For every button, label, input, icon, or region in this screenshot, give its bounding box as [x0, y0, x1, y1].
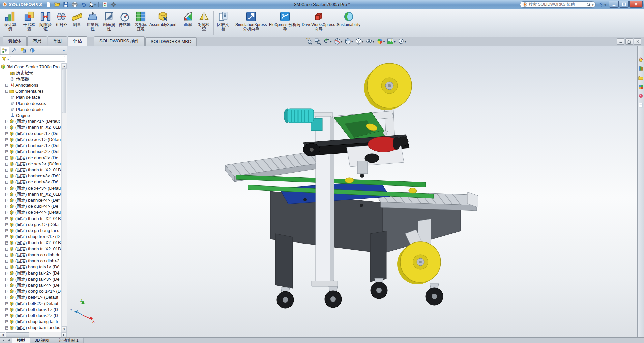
taskpane-file-explorer-button[interactable] [638, 75, 644, 81]
command-tab-1[interactable]: 布局 [27, 36, 47, 46]
expand-plus-icon[interactable] [5, 211, 8, 214]
tree-item-12[interactable]: (固定) banhxe<1> (Déf [0, 143, 61, 149]
undo-button[interactable] [80, 1, 88, 8]
expand-plus-icon[interactable] [5, 163, 8, 166]
tree-item-37[interactable]: (固定) belt<1> (Défaut [0, 294, 61, 301]
tree-item-25[interactable]: (固定) do ga<1> (Défa [0, 222, 61, 228]
window-close-button[interactable] [629, 1, 643, 8]
zoom-area-button[interactable] [314, 38, 322, 45]
tree-item-21[interactable]: (固定) banhxe<4> (Déf [0, 197, 61, 203]
tree-item-39[interactable]: (固定) belt duoi<1> (D [0, 307, 61, 313]
expand-plus-icon[interactable] [5, 235, 8, 238]
tree-item-10[interactable]: (固定) de duoi<1> (Dé [0, 131, 61, 137]
filter-caret-icon[interactable] [7, 56, 9, 61]
tree-item-35[interactable]: (固定) bang tai<4> (Dé [0, 282, 61, 288]
addin-tab-1[interactable]: SOLIDWORKS MBD [145, 37, 197, 46]
expand-plus-icon[interactable] [5, 284, 8, 287]
taskpane-appearances-button[interactable] [638, 93, 644, 99]
tree-item-32[interactable]: (固定) bang tai<1> (Dé [0, 264, 61, 270]
ribbon-button-compare[interactable]: 比较文档 [215, 10, 231, 36]
scroll-right-icon[interactable]: ▶ [61, 332, 67, 337]
scroll-down-icon[interactable]: ▼ [62, 326, 67, 332]
expand-plus-icon[interactable] [5, 241, 8, 245]
expand-plus-icon[interactable] [5, 229, 8, 232]
taskpane-custom-properties-button[interactable] [638, 102, 644, 108]
ribbon-button-hole-align[interactable]: 孔对齐 [54, 10, 69, 36]
machine-3d-model[interactable] [225, 63, 478, 308]
previous-view-button[interactable] [323, 38, 332, 45]
tree-item-31[interactable]: (固定) thanh co dinh<2 [0, 258, 61, 264]
tree-item-3[interactable]: Commentaires [0, 88, 61, 94]
horizontal-scroll-thumb[interactable] [6, 332, 29, 337]
manager-tab-configurationmanager[interactable] [19, 47, 28, 54]
expand-plus-icon[interactable] [5, 320, 8, 323]
tree-item-7[interactable]: Origine [0, 112, 61, 118]
tree-item-9[interactable]: (固定) thanh tr_X2_01B( [0, 124, 61, 131]
tree-item-16[interactable]: (固定) thanh tr_X2_01B( [0, 167, 61, 173]
expand-plus-icon[interactable] [5, 132, 8, 135]
open-button[interactable] [53, 1, 61, 8]
ribbon-button-sustainability[interactable]: Sustainability [335, 10, 362, 36]
tree-item-29[interactable]: (固定) thanh tr_X2_01B( [0, 246, 61, 252]
search-options-caret-icon[interactable] [592, 2, 594, 7]
tree-item-15[interactable]: (固定) de xe<2> (Défau [0, 161, 61, 167]
window-minimize-button[interactable] [609, 1, 619, 8]
view-orientation-button[interactable] [344, 38, 354, 45]
taskpane-design-library-button[interactable] [638, 65, 644, 72]
vertical-scroll-thumb[interactable] [62, 69, 66, 113]
drive-motor[interactable] [284, 109, 322, 131]
new-doc-button[interactable] [45, 1, 53, 8]
command-tab-2[interactable]: 草图 [48, 36, 67, 46]
edit-appearance-button[interactable] [376, 38, 386, 45]
tree-item-38[interactable]: (固定) belt<2> (Défaut [0, 301, 61, 307]
expand-plus-icon[interactable] [5, 138, 8, 141]
manager-tab-propertymanager[interactable] [10, 47, 19, 54]
tree-item-2[interactable]: Annotations [0, 82, 61, 88]
expand-plus-icon[interactable] [5, 187, 8, 190]
ribbon-button-interference[interactable]: 干涉检查 [21, 10, 37, 36]
zoom-fit-button[interactable] [305, 38, 313, 45]
tree-item-33[interactable]: (固定) bang tai<2> (Dé [0, 270, 61, 276]
tree-root-item[interactable]: 3M Case Sealer 7000a Pro [0, 64, 61, 70]
options-button[interactable] [110, 1, 118, 8]
scroll-left-icon[interactable]: ◀ [0, 332, 5, 337]
expand-plus-icon[interactable] [5, 217, 8, 220]
expand-plus-icon[interactable] [5, 175, 8, 178]
tree-item-28[interactable]: (固定) thanh tr_X2_01B( [0, 240, 61, 246]
filter-input[interactable] [10, 56, 65, 62]
display-style-button[interactable] [355, 38, 364, 45]
filter-icon[interactable] [2, 56, 6, 61]
expand-plus-icon[interactable] [5, 302, 8, 305]
tree-item-18[interactable]: (固定) de duoi<3> (Dé [0, 179, 61, 185]
expand-plus-icon[interactable] [5, 144, 8, 147]
expand-plus-icon[interactable] [5, 126, 8, 129]
tape-reel-top[interactable] [364, 63, 412, 110]
expand-plus-icon[interactable] [5, 272, 8, 275]
expand-plus-icon[interactable] [5, 308, 8, 311]
taskpane-resources-home-button[interactable] [638, 56, 644, 62]
tree-vertical-scrollbar[interactable]: ▲ ▼ [61, 63, 67, 332]
tab-first-button[interactable] [0, 338, 6, 343]
tab-prev-button[interactable] [6, 338, 12, 343]
window-maximize-button[interactable] [619, 1, 629, 8]
manager-tab-featuremanager[interactable] [1, 47, 9, 54]
ribbon-button-study[interactable]: 设计算例 [2, 10, 18, 36]
expand-plus-icon[interactable] [5, 278, 8, 281]
ribbon-button-clearance[interactable]: 间隙验证 [37, 10, 54, 36]
expand-plus-icon[interactable] [5, 314, 8, 317]
expand-plus-icon[interactable] [5, 260, 8, 263]
expand-plus-icon[interactable] [5, 120, 8, 123]
select-cursor-button[interactable] [88, 1, 96, 8]
tree-item-36[interactable]: (固定) dong co 1<1> (D [0, 288, 61, 294]
expand-plus-icon[interactable] [5, 193, 8, 196]
expand-plus-icon[interactable] [5, 254, 8, 257]
expand-plus-icon[interactable] [5, 248, 8, 251]
tree-horizontal-scrollbar[interactable]: ◀ ▶ [0, 332, 67, 337]
tree-item-20[interactable]: (固定) thanh tr_X2_01B( [0, 191, 61, 197]
scene-button[interactable] [386, 38, 396, 45]
ribbon-button-assembly-xpert[interactable]: AssemblyXpert [149, 10, 177, 36]
ribbon-button-driveworksxpress[interactable]: DriveWorksXpress 向导 [302, 10, 335, 36]
tree-item-27[interactable]: (固定) chup tren<1> (D [0, 234, 61, 240]
expand-plus-icon[interactable] [5, 326, 8, 330]
ribbon-button-visualize[interactable]: 装配体直观 [133, 10, 149, 36]
